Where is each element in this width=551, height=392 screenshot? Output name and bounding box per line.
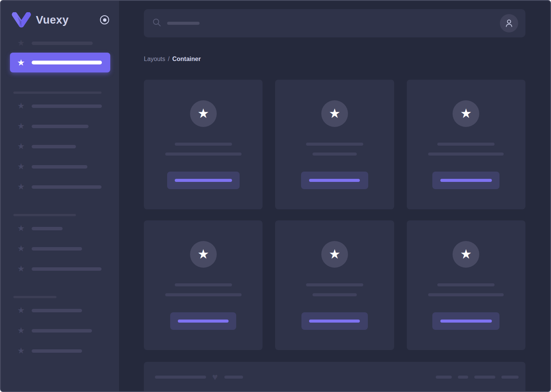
skeleton-card: ★	[144, 220, 263, 350]
sidebar-collapse-toggle[interactable]	[100, 15, 109, 24]
cards-grid: ★ ★ ★ ★	[144, 80, 525, 350]
menu-label-skeleton	[32, 165, 87, 169]
person-icon	[504, 18, 514, 29]
star-icon: ★	[16, 162, 26, 171]
footer-link-skeleton	[436, 376, 452, 379]
sidebar-menu: ★★★★★★★★★★★★★	[1, 38, 119, 366]
star-icon: ★	[16, 183, 26, 191]
menu-label-skeleton	[32, 247, 82, 251]
card-button-skeleton[interactable]	[432, 172, 499, 189]
vuexy-logo-icon	[11, 12, 31, 27]
sidebar-item[interactable]: ★	[1, 101, 119, 111]
sidebar-item[interactable]: ★	[1, 345, 119, 356]
breadcrumb-link-layouts[interactable]: Layouts	[144, 55, 165, 63]
star-icon: ★	[460, 247, 472, 260]
menu-label-skeleton	[32, 227, 63, 230]
card-subtitle-skeleton	[428, 153, 504, 156]
star-icon: ★	[197, 247, 209, 260]
breadcrumb: Layouts / Container	[144, 55, 525, 63]
menu-label-skeleton	[32, 349, 82, 353]
button-label-skeleton	[178, 320, 229, 323]
star-icon: ★	[16, 224, 26, 233]
card-button-skeleton[interactable]	[432, 312, 499, 330]
button-label-skeleton	[440, 179, 492, 182]
star-icon: ★	[16, 244, 26, 253]
card-button-skeleton[interactable]	[167, 172, 240, 189]
sidebar-item[interactable]: ★	[1, 182, 119, 192]
menu-label-skeleton	[32, 42, 93, 45]
card-button-skeleton[interactable]	[301, 312, 368, 330]
skeleton-card: ★	[407, 80, 525, 209]
sidebar: Vuexy ★★★★★★★★★★★★★	[1, 1, 119, 391]
sidebar-item[interactable]: ★	[1, 263, 119, 274]
footer-row: ♥	[155, 362, 519, 382]
app-window: Vuexy ★★★★★★★★★★★★★	[0, 0, 551, 392]
card-button-skeleton[interactable]	[170, 312, 236, 330]
record-circle-icon	[103, 18, 106, 22]
sidebar-item[interactable]: ★	[1, 141, 119, 152]
top-navbar	[144, 9, 525, 37]
menu-label-skeleton	[32, 104, 102, 108]
card-subtitle-skeleton	[428, 293, 504, 296]
star-icon: ★	[329, 107, 340, 120]
content-container: Layouts / Container ★ ★ ★	[144, 9, 525, 392]
star-icon: ★	[16, 142, 26, 151]
footer-card: ♥	[144, 362, 525, 392]
menu-label-skeleton	[32, 125, 89, 128]
card-title-skeleton	[437, 143, 495, 146]
star-icon: ★	[16, 102, 26, 110]
card-avatar-circle: ★	[321, 100, 348, 127]
menu-label-skeleton	[32, 145, 76, 148]
sidebar-item[interactable]: ★	[1, 243, 119, 254]
star-icon: ★	[16, 39, 26, 47]
brand-header: Vuexy	[11, 12, 109, 27]
sidebar-item[interactable]: ★	[1, 121, 119, 132]
sidebar-item[interactable]: ★	[1, 223, 119, 234]
menu-label-skeleton	[32, 267, 102, 271]
menu-section-title-skeleton	[13, 214, 76, 216]
search-placeholder-skeleton	[167, 22, 200, 25]
skeleton-card: ★	[144, 80, 263, 209]
button-label-skeleton	[175, 179, 232, 182]
breadcrumb-separator: /	[168, 55, 169, 63]
card-subtitle-skeleton	[165, 153, 242, 156]
skeleton-card: ★	[275, 80, 394, 209]
search-icon	[152, 18, 161, 29]
star-icon: ★	[197, 107, 209, 120]
sidebar-item[interactable]: ★	[1, 161, 119, 172]
card-subtitle-skeleton	[313, 293, 357, 296]
menu-label-skeleton	[32, 61, 102, 64]
star-icon: ★	[16, 306, 26, 315]
card-title-skeleton	[437, 283, 495, 286]
footer-text-skeleton	[155, 376, 206, 379]
menu-label-skeleton	[32, 329, 92, 333]
user-avatar-button[interactable]	[500, 14, 518, 32]
sidebar-item[interactable]: ★	[1, 325, 119, 336]
menu-section-title-skeleton	[13, 92, 102, 94]
card-subtitle-skeleton	[313, 153, 357, 156]
card-button-skeleton[interactable]	[301, 172, 368, 189]
button-label-skeleton	[440, 320, 492, 323]
search-input[interactable]	[152, 18, 500, 29]
card-avatar-circle: ★	[190, 100, 217, 127]
card-title-skeleton	[306, 283, 363, 286]
footer-text-skeleton	[224, 376, 243, 379]
star-icon: ★	[16, 122, 26, 130]
sidebar-item[interactable]: ★	[1, 305, 119, 316]
card-avatar-circle: ★	[453, 241, 479, 268]
menu-label-skeleton	[32, 185, 102, 189]
footer-link-skeleton	[474, 376, 495, 379]
star-icon: ★	[329, 247, 340, 260]
star-icon: ★	[16, 58, 26, 67]
footer-link-skeleton	[458, 376, 468, 379]
card-avatar-circle: ★	[190, 241, 217, 268]
sidebar-item[interactable]: ★	[1, 38, 119, 48]
footer-link-skeleton	[501, 376, 519, 379]
menu-label-skeleton	[32, 309, 82, 312]
menu-section-title-skeleton	[13, 296, 56, 298]
skeleton-card: ★	[407, 220, 525, 350]
brand-title[interactable]: Vuexy	[36, 14, 69, 26]
star-icon: ★	[16, 265, 26, 273]
card-title-skeleton	[175, 143, 232, 146]
sidebar-item-active[interactable]: ★	[10, 53, 110, 72]
